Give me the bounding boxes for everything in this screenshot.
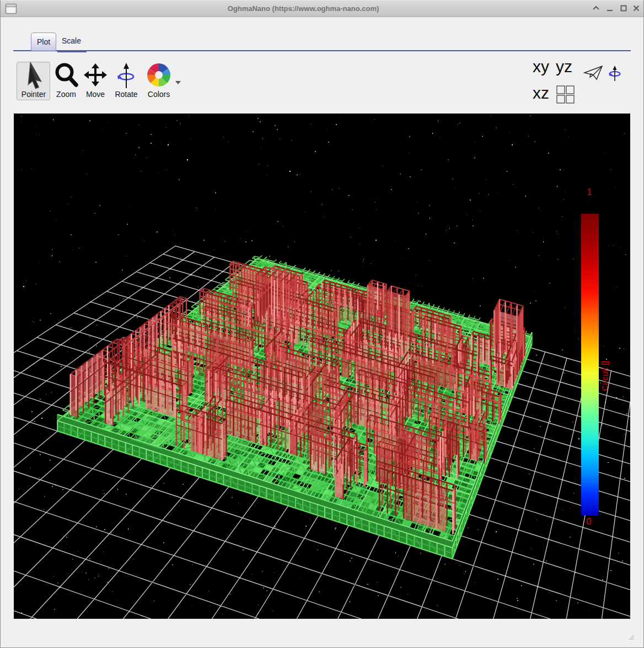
svg-text:1: 1 (587, 187, 592, 197)
svg-text:Circuit []: Circuit [] (600, 360, 609, 391)
svg-text:0: 0 (586, 516, 591, 527)
